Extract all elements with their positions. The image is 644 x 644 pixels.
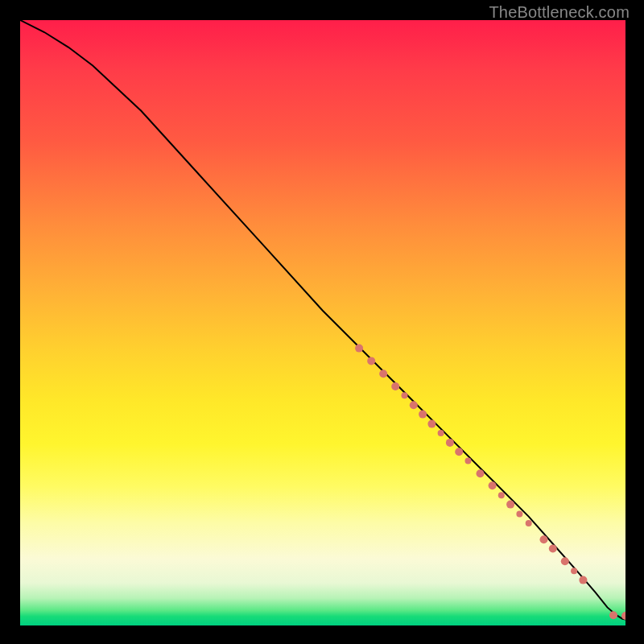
data-point	[540, 535, 548, 543]
data-points-group	[355, 345, 625, 620]
data-point	[427, 420, 436, 428]
data-point	[489, 481, 497, 489]
chart-frame: TheBottleneck.com	[0, 0, 644, 644]
data-point	[379, 369, 387, 378]
data-point	[571, 568, 577, 574]
data-point	[561, 557, 569, 565]
data-point	[506, 501, 514, 509]
data-point	[419, 411, 427, 419]
watermark-text: TheBottleneck.com	[489, 3, 630, 22]
data-point	[516, 511, 522, 518]
data-point	[410, 401, 418, 409]
data-point	[477, 469, 485, 477]
data-point	[498, 492, 505, 498]
chart-svg	[20, 20, 625, 625]
plot-area	[20, 20, 625, 625]
data-point	[609, 611, 617, 619]
data-point	[402, 392, 408, 398]
data-point	[355, 345, 363, 353]
data-point	[446, 439, 454, 447]
data-point	[455, 448, 463, 456]
data-point	[438, 430, 444, 436]
data-point	[579, 576, 587, 584]
data-point	[367, 357, 375, 365]
data-point	[526, 520, 532, 526]
data-point	[391, 382, 399, 390]
data-point	[465, 458, 472, 464]
data-point	[549, 545, 557, 553]
bottleneck-curve	[20, 20, 625, 620]
